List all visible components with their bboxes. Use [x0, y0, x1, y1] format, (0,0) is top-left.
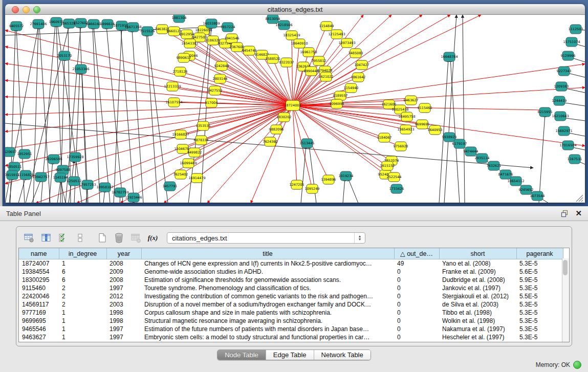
- network-node[interactable]: 7624360: [263, 137, 278, 146]
- network-node[interactable]: 1896616: [100, 19, 115, 29]
- network-window-titlebar[interactable]: citations_edges.txt: [5, 4, 585, 15]
- network-node[interactable]: 8189557: [333, 91, 348, 100]
- tab-network-table[interactable]: Network Table: [314, 350, 371, 360]
- table-cell[interactable]: 1: [59, 259, 106, 268]
- table-cell[interactable]: 9115460: [19, 284, 59, 292]
- network-node[interactable]: 2803144: [213, 74, 228, 83]
- network-node[interactable]: 9227343: [557, 67, 572, 76]
- column-header[interactable]: name: [19, 248, 59, 259]
- table-cell[interactable]: Changes of HCN gene expression and I(f) …: [141, 259, 394, 268]
- table-cell[interactable]: 9777169: [19, 309, 59, 317]
- table-cell[interactable]: 6: [59, 276, 106, 284]
- close-panel-icon[interactable]: ✕: [575, 210, 582, 217]
- table-cell[interactable]: 5.3E-5: [516, 317, 563, 325]
- network-node[interactable]: 1513445: [300, 139, 315, 148]
- network-node[interactable]: 16210643: [552, 112, 569, 121]
- network-node[interactable]: 10973493: [338, 38, 355, 48]
- function-builder-icon[interactable]: f(x): [146, 231, 160, 245]
- table-cell[interactable]: 19384554: [19, 268, 59, 276]
- table-cell[interactable]: Yano et al. (2008): [439, 259, 516, 268]
- table-row[interactable]: 1456911722003Disruption of a novel membe…: [19, 300, 563, 309]
- table-cell[interactable]: 1997: [106, 325, 141, 333]
- table-cell[interactable]: 5.3E-5: [516, 284, 563, 292]
- table-cell[interactable]: Disruption of a novel member of a sodium…: [141, 300, 394, 309]
- network-node[interactable]: 2522544: [387, 172, 402, 182]
- network-node[interactable]: 8427552: [208, 86, 223, 95]
- table-cell[interactable]: 5.3E-5: [516, 333, 563, 341]
- network-node[interactable]: 1881304: [172, 15, 187, 23]
- network-node[interactable]: 15692971: [555, 126, 572, 136]
- network-node[interactable]: 9245652: [519, 185, 534, 194]
- table-settings-icon[interactable]: [23, 231, 36, 245]
- network-node[interactable]: 6466160: [86, 19, 101, 29]
- table-cell[interactable]: 14569117: [19, 300, 59, 309]
- network-node[interactable]: 917004: [205, 98, 218, 107]
- new-column-icon[interactable]: [95, 231, 109, 245]
- column-visibility-icon[interactable]: [39, 231, 53, 245]
- network-node[interactable]: 7955812: [312, 56, 326, 65]
- network-node[interactable]: 1209383: [554, 82, 569, 91]
- network-node[interactable]: 1112503: [569, 25, 583, 34]
- table-cell[interactable]: Nakamura et al. (1997): [439, 325, 516, 333]
- network-node[interactable]: 1733426: [389, 184, 404, 193]
- table-cell[interactable]: 2009: [106, 268, 141, 276]
- network-node[interactable]: 8990448: [304, 67, 319, 76]
- network-canvas[interactable]: 7463822866012389129541822605894275038186…: [5, 15, 585, 203]
- table-row[interactable]: 1938455462009Genome-wide association stu…: [19, 268, 563, 276]
- table-cell[interactable]: 6: [59, 268, 106, 276]
- network-node[interactable]: 16648784: [441, 52, 458, 61]
- table-cell[interactable]: 9463627: [19, 333, 59, 341]
- network-window[interactable]: citations_edges.txt 74638228660123891295…: [5, 4, 585, 203]
- network-node[interactable]: 1247205: [290, 180, 304, 189]
- network-node[interactable]: 1861642: [351, 73, 366, 82]
- network-node[interactable]: 7857224: [221, 23, 235, 32]
- network-node[interactable]: 7485083: [349, 49, 363, 58]
- network-node[interactable]: 9242844: [214, 61, 229, 71]
- column-header[interactable]: pagerank: [516, 248, 563, 259]
- table-row[interactable]: 1872400712008Changes of HCN gene express…: [19, 259, 563, 268]
- network-node[interactable]: 1019234: [339, 171, 354, 181]
- close-window-icon[interactable]: [12, 6, 19, 13]
- deselect-rows-icon[interactable]: [73, 231, 87, 245]
- network-node[interactable]: 7632621: [487, 161, 502, 170]
- network-node[interactable]: 1830202: [277, 113, 292, 122]
- minimize-window-icon[interactable]: [23, 6, 30, 13]
- network-node[interactable]: 1621022: [319, 72, 334, 81]
- table-cell[interactable]: 1: [59, 333, 106, 341]
- zoom-window-icon[interactable]: [33, 6, 40, 13]
- table-cell[interactable]: Jankovic et al. (1997): [439, 284, 516, 292]
- table-cell[interactable]: 1998: [106, 317, 141, 325]
- network-node[interactable]: 8813054: [266, 15, 280, 24]
- table-cell[interactable]: de Silva et al. (2003): [439, 300, 516, 309]
- table-cell[interactable]: 1: [59, 325, 106, 333]
- table-cell[interactable]: 0: [394, 309, 439, 317]
- table-cell[interactable]: 5.3E-5: [516, 300, 563, 309]
- network-node[interactable]: 8878334: [194, 136, 209, 145]
- network-node[interactable]: 1852951: [17, 149, 32, 159]
- table-cell[interactable]: 9699695: [19, 317, 59, 325]
- table-cell[interactable]: Stergiakouli et al. (2012): [439, 292, 516, 300]
- table-cell[interactable]: 22420046: [19, 292, 59, 300]
- table-cell[interactable]: 18300295: [19, 276, 59, 284]
- table-cell[interactable]: 2: [59, 284, 106, 292]
- network-node[interactable]: 2935114: [475, 154, 490, 163]
- network-node[interactable]: 1850511: [7, 162, 22, 171]
- network-node[interactable]: 9405572: [9, 21, 24, 31]
- network-node[interactable]: 1154849: [319, 21, 334, 31]
- table-cell[interactable]: Genome-wide association studies in ADHD.: [141, 268, 394, 276]
- table-cell[interactable]: 5.5E-5: [516, 292, 563, 300]
- table-cell[interactable]: 2008: [106, 276, 141, 284]
- network-node[interactable]: 1394896: [321, 175, 336, 184]
- float-panel-icon[interactable]: [561, 210, 569, 217]
- table-cell[interactable]: 0: [394, 276, 439, 284]
- table-cell[interactable]: 0: [394, 292, 439, 300]
- network-node[interactable]: 1244419: [552, 96, 567, 105]
- table-cell[interactable]: Wolkin et al. (1998): [439, 317, 516, 325]
- table-cell[interactable]: 5.6E-5: [516, 268, 563, 276]
- table-cell[interactable]: Estimation of the future numbers of pati…: [141, 325, 394, 333]
- network-node[interactable]: 3457791: [163, 182, 178, 191]
- table-cell[interactable]: 2003: [106, 300, 141, 309]
- network-node[interactable]: 13654923: [397, 125, 414, 134]
- network-node[interactable]: 9463627: [404, 96, 419, 105]
- table-row[interactable]: 1830029562008Estimation of significance …: [19, 276, 563, 284]
